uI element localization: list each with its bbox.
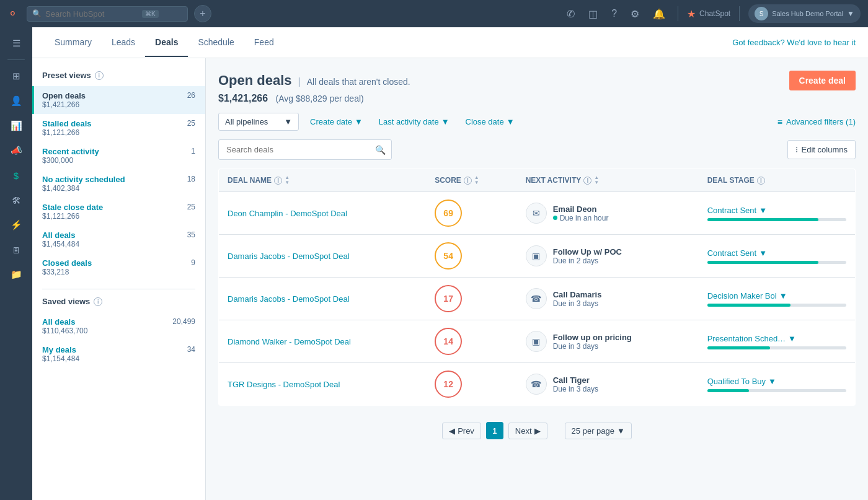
tab-schedule[interactable]: Schedule <box>188 29 244 57</box>
saved-item-all-deals[interactable]: All deals $110,463,700 20,499 <box>32 312 205 340</box>
global-search-input[interactable] <box>45 9 138 19</box>
sidebar-item-service[interactable]: 🛠 <box>5 189 27 211</box>
feedback-link[interactable]: Got feedback? We'd love to hear it <box>732 38 856 47</box>
sidebar-item-database[interactable]: 🗏 <box>5 239 27 261</box>
deals-search-input[interactable] <box>218 139 392 160</box>
deal-stage-name[interactable]: Decision Maker Boi ▼ <box>707 291 846 300</box>
col-header-deal-name[interactable]: DEAL NAME i ▲▼ <box>219 169 427 192</box>
per-page-selector[interactable]: 25 per page ▼ <box>565 423 632 439</box>
preset-item-amount: $33,218 <box>42 268 186 276</box>
saved-item-my-deals[interactable]: My deals $1,154,484 34 <box>32 340 205 368</box>
deal-stage-name[interactable]: Qualified To Buy ▼ <box>707 377 846 386</box>
chevron-down-icon: ▼ <box>617 426 625 436</box>
sub-navigation: Summary Leads Deals Schedule Feed Got fe… <box>32 27 868 58</box>
tab-feed[interactable]: Feed <box>244 29 284 57</box>
saved-item-count: 20,499 <box>172 317 195 326</box>
chatspot-button[interactable]: ★ ChatSpot <box>687 8 730 20</box>
top-navigation: ⚬ 🔍 ⌘K + ✆ ◫ ? ⚙ 🔔 ★ ChatSpot S Sales Hu… <box>0 0 868 27</box>
deal-name-link[interactable]: TGR Designs - DemoSpot Deal <box>228 380 340 389</box>
table-row: Damaris Jacobs - DemoSpot Deal 17 ☎ Call… <box>219 278 856 320</box>
close-date-filter[interactable]: Close date ▼ <box>461 113 520 130</box>
deal-name-cell: Diamond Walker - DemoSpot Deal <box>219 320 427 363</box>
deal-name-link[interactable]: Damaris Jacobs - DemoSpot Deal <box>228 252 350 261</box>
nav-divider <box>678 6 678 21</box>
deals-subtitle: All deals that aren't closed. <box>307 77 410 87</box>
keyboard-shortcut: ⌘K <box>142 10 159 18</box>
deal-stage-name[interactable]: Presentation Sched… ▼ <box>707 334 846 343</box>
chevron-left-icon: ◀ <box>449 426 455 436</box>
global-search-bar[interactable]: 🔍 ⌘K <box>27 6 188 22</box>
activity-due: Due in an hour <box>553 214 609 222</box>
pagination-row: ◀ Prev 1 Next ▶ 25 per page ▼ <box>218 416 856 445</box>
sidebar-item-sales[interactable]: $ <box>5 164 27 186</box>
col-header-next-activity[interactable]: NEXT ACTIVITY i ▲▼ <box>517 169 699 192</box>
prev-page-button[interactable]: ◀ Prev <box>442 423 481 439</box>
next-activity-cell: ✉ Email Deon Due in an hour <box>517 192 699 235</box>
next-activity-cell: ☎ Call Tiger Due in 3 days <box>517 363 699 406</box>
phone-icon[interactable]: ✆ <box>563 6 578 22</box>
preset-item-count: 9 <box>191 258 195 267</box>
settings-icon[interactable]: ⚙ <box>627 6 643 22</box>
next-activity-cell: ▣ Follow up on pricing Due in 3 days <box>517 320 699 363</box>
preset-item-all-deals[interactable]: All deals $1,454,484 35 <box>32 226 205 253</box>
preset-item-count: 26 <box>187 91 195 100</box>
preset-item-name: No activity scheduled <box>42 175 182 184</box>
preset-item-stale-close[interactable]: Stale close date $1,121,266 25 <box>32 198 205 226</box>
preset-item-no-activity[interactable]: No activity scheduled $1,402,384 18 <box>32 170 205 198</box>
preset-item-closed-deals[interactable]: Closed deals $33,218 9 <box>32 253 205 281</box>
edit-columns-button[interactable]: ⁝ Edit columns <box>787 140 856 159</box>
notifications-icon[interactable]: 🔔 <box>649 6 669 22</box>
preset-info-icon[interactable]: i <box>95 71 104 80</box>
last-activity-filter[interactable]: Last activity date ▼ <box>374 113 454 130</box>
sidebar-item-reports[interactable]: 📊 <box>5 115 27 137</box>
deal-name-link[interactable]: Damaris Jacobs - DemoSpot Deal <box>228 294 350 304</box>
sidebar-item-contacts[interactable]: 👤 <box>5 90 27 112</box>
deals-table: DEAL NAME i ▲▼ SCORE i ▲▼ <box>218 169 856 406</box>
preset-item-recent-activity[interactable]: Recent activity $300,000 1 <box>32 142 205 170</box>
col-header-deal-stage[interactable]: DEAL STAGE i <box>699 169 856 192</box>
activity-type-icon: ✉ <box>526 203 547 224</box>
create-date-filter[interactable]: Create date ▼ <box>305 113 368 130</box>
add-new-button[interactable]: + <box>194 5 211 22</box>
preset-item-stalled[interactable]: Stalled deals $1,121,266 25 <box>32 114 205 142</box>
next-page-button[interactable]: Next ▶ <box>508 423 547 439</box>
saved-item-name: My deals <box>42 345 182 354</box>
stage-progress-bar <box>707 346 846 349</box>
tab-summary[interactable]: Summary <box>45 29 102 57</box>
help-icon[interactable]: ? <box>608 6 621 22</box>
pipeline-filter[interactable]: All pipelines ▼ <box>218 113 299 131</box>
sidebar-item-bookmarks[interactable]: ☰ <box>5 32 27 55</box>
preset-item-count: 25 <box>187 203 195 211</box>
col-header-score[interactable]: SCORE i ▲▼ <box>426 169 517 192</box>
deal-stage-cell: Decision Maker Boi ▼ <box>699 278 856 320</box>
advanced-filters-button[interactable]: ≡ Advanced filters (1) <box>777 117 856 127</box>
current-page[interactable]: 1 <box>486 422 503 439</box>
sidebar-item-apps[interactable]: ⊞ <box>5 65 27 87</box>
deals-amount: $1,421,266 (Avg $88,829 per deal) <box>218 93 856 104</box>
portal-selector[interactable]: S Sales Hub Demo Portal ▼ <box>748 4 861 23</box>
tab-deals[interactable]: Deals <box>145 29 188 57</box>
deal-name-link[interactable]: Diamond Walker - DemoSpot Deal <box>228 337 351 346</box>
deal-name-cell: Deon Champlin - DemoSpot Deal <box>219 192 427 235</box>
sidebar-item-marketing[interactable]: 📣 <box>5 139 27 162</box>
deal-stage-name[interactable]: Contract Sent ▼ <box>707 248 846 258</box>
sort-arrows: ▲▼ <box>285 175 290 185</box>
activity-type-icon: ▣ <box>526 331 547 352</box>
info-icon: i <box>274 177 282 185</box>
sidebar-item-automation[interactable]: ⚡ <box>5 214 27 236</box>
create-deal-button[interactable]: Create deal <box>789 71 856 90</box>
preset-item-open-deals[interactable]: Open deals $1,421,266 26 <box>32 86 205 114</box>
stage-bar-fill <box>707 304 791 307</box>
sidebar-divider <box>42 289 195 289</box>
preset-item-name: Stale close date <box>42 203 182 212</box>
chevron-down-icon: ▼ <box>768 377 776 386</box>
sidebar-item-files[interactable]: 📁 <box>5 263 27 286</box>
deal-stage-name[interactable]: Contract Sent ▼ <box>707 206 846 215</box>
chevron-down-icon: ▼ <box>507 117 515 126</box>
saved-info-icon[interactable]: i <box>94 297 102 306</box>
inbox-icon[interactable]: ◫ <box>585 6 601 22</box>
deal-name-link[interactable]: Deon Champlin - DemoSpot Deal <box>228 209 347 218</box>
stage-bar-fill <box>707 261 818 264</box>
score-circle: 17 <box>435 285 462 312</box>
tab-leads[interactable]: Leads <box>102 29 145 57</box>
